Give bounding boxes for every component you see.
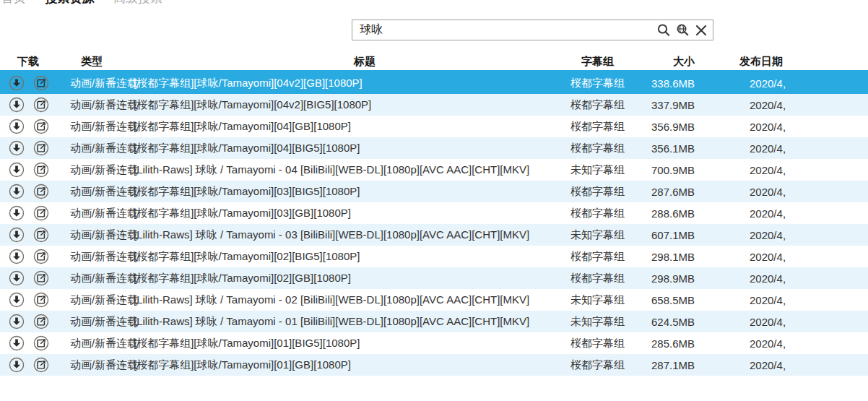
clear-icon[interactable]	[692, 21, 711, 40]
table-row[interactable]: 动画/新番连载 [桜都字幕组][球咏/Tamayomi][01][BIG5][1…	[0, 332, 868, 354]
table-row[interactable]: 动画/新番连载 [桜都字幕组][球咏/Tamayomi][04v2][BIG5]…	[0, 94, 868, 116]
column-header-type[interactable]: 类型	[81, 55, 103, 69]
open-external-icon[interactable]	[33, 249, 49, 264]
row-date: 2020/4,	[750, 121, 786, 133]
search-bar	[352, 20, 713, 40]
nav-item-home[interactable]: 首页	[1, 0, 26, 5]
top-nav: 首页 搜索资源 高级搜索	[0, 0, 868, 5]
row-size: 287.6MB	[628, 186, 695, 198]
download-icon[interactable]	[9, 140, 25, 156]
search-icon[interactable]	[654, 21, 673, 40]
table-row[interactable]: 动画/新番连载 [桜都字幕组][球咏/Tamayomi][03][GB][108…	[0, 202, 868, 224]
row-title[interactable]: [桜都字幕组][球咏/Tamayomi][01][GB][1080P]	[134, 358, 351, 372]
row-size: 337.9MB	[628, 99, 695, 111]
row-title[interactable]: [Lilith-Raws] 球咏 / Tamayomi - 02 [BiliBi…	[134, 293, 529, 307]
row-date: 2020/4,	[750, 207, 786, 220]
row-type: 动画/新番连载	[70, 120, 138, 134]
row-title[interactable]: [桜都字幕组][球咏/Tamayomi][04v2][BIG5][1080P]	[134, 98, 371, 112]
download-icon[interactable]	[9, 314, 25, 329]
row-date: 2020/4,	[750, 337, 786, 350]
table-row[interactable]: 动画/新番连载 [桜都字幕组][球咏/Tamayomi][04][BIG5][1…	[0, 137, 868, 159]
table-row[interactable]: 动画/新番连载 [Lilith-Raws] 球咏 / Tamayomi - 01…	[0, 311, 868, 332]
download-icon[interactable]	[9, 162, 25, 178]
nav-item-search-resources[interactable]: 搜索资源	[45, 0, 94, 5]
table-row[interactable]: 动画/新番连载 [桜都字幕组][球咏/Tamayomi][04v2][GB][1…	[0, 72, 868, 94]
table-row[interactable]: 动画/新番连载 [Lilith-Raws] 球咏 / Tamayomi - 02…	[0, 289, 868, 311]
row-type: 动画/新番连载	[70, 250, 138, 264]
download-icon[interactable]	[9, 97, 25, 113]
row-size: 298.9MB	[628, 272, 695, 285]
row-title[interactable]: [桜都字幕组][球咏/Tamayomi][02][BIG5][1080P]	[134, 250, 360, 264]
download-icon[interactable]	[9, 118, 25, 134]
open-external-icon[interactable]	[33, 97, 49, 113]
open-external-icon[interactable]	[33, 184, 49, 199]
download-icon[interactable]	[9, 270, 25, 286]
row-date: 2020/4,	[750, 142, 786, 155]
search-input[interactable]	[352, 20, 654, 40]
download-icon[interactable]	[9, 335, 25, 351]
download-icon[interactable]	[9, 75, 25, 91]
open-external-icon[interactable]	[33, 140, 49, 156]
open-external-icon[interactable]	[33, 357, 49, 373]
row-title[interactable]: [Lilith-Raws] 球咏 / Tamayomi - 03 [BiliBi…	[134, 228, 529, 242]
row-date: 2020/4,	[750, 99, 786, 111]
row-title[interactable]: [桜都字幕组][球咏/Tamayomi][04][BIG5][1080P]	[134, 142, 360, 155]
open-external-icon[interactable]	[33, 162, 49, 178]
row-date: 2020/4,	[750, 251, 786, 263]
row-type: 动画/新番连载	[70, 293, 138, 307]
table-row[interactable]: 动画/新番连载 [桜都字幕组][球咏/Tamayomi][02][BIG5][1…	[0, 246, 868, 267]
download-icon[interactable]	[9, 357, 25, 373]
open-external-icon[interactable]	[33, 335, 49, 351]
open-external-icon[interactable]	[33, 205, 49, 221]
open-external-icon[interactable]	[33, 314, 49, 329]
app-window: 首页 搜索资源 高级搜索 下载	[0, 0, 868, 401]
row-size: 607.1MB	[628, 229, 695, 241]
row-title[interactable]: [桜都字幕组][球咏/Tamayomi][03][GB][1080P]	[134, 207, 351, 220]
open-external-icon[interactable]	[33, 270, 49, 286]
row-size: 700.9MB	[628, 164, 695, 176]
nav-item-advanced-search[interactable]: 高级搜索	[113, 0, 162, 5]
open-external-icon[interactable]	[33, 75, 49, 91]
open-external-icon[interactable]	[33, 118, 49, 134]
row-title[interactable]: [桜都字幕组][球咏/Tamayomi][02][GB][1080P]	[134, 272, 351, 285]
row-date: 2020/4,	[750, 316, 786, 328]
download-icon[interactable]	[9, 249, 25, 264]
row-title[interactable]: [桜都字幕组][球咏/Tamayomi][03][BIG5][1080P]	[134, 185, 360, 199]
download-icon[interactable]	[9, 227, 25, 243]
row-type: 动画/新番连载	[70, 228, 138, 242]
download-icon[interactable]	[9, 292, 25, 308]
row-title[interactable]: [桜都字幕组][球咏/Tamayomi][04][GB][1080P]	[134, 120, 351, 134]
row-title[interactable]: [Lilith-Raws] 球咏 / Tamayomi - 04 [BiliBi…	[134, 163, 529, 177]
row-size: 356.9MB	[628, 121, 695, 133]
row-type: 动画/新番连载	[70, 207, 138, 220]
open-external-icon[interactable]	[33, 227, 49, 243]
row-type: 动画/新番连载	[70, 272, 138, 285]
row-title[interactable]: [桜都字幕组][球咏/Tamayomi][01][BIG5][1080P]	[134, 337, 360, 350]
row-size: 624.5MB	[628, 316, 695, 328]
download-icon[interactable]	[9, 205, 25, 221]
column-header-size[interactable]: 大小	[628, 55, 695, 69]
row-date: 2020/4,	[750, 359, 786, 371]
table-row[interactable]: 动画/新番连载 [桜都字幕组][球咏/Tamayomi][03][BIG5][1…	[0, 181, 868, 202]
download-icon[interactable]	[9, 184, 25, 199]
table-row[interactable]: 动画/新番连载 [桜都字幕组][球咏/Tamayomi][02][GB][108…	[0, 267, 868, 289]
row-size: 285.6MB	[628, 337, 695, 350]
row-date: 2020/4,	[750, 77, 786, 90]
web-search-icon[interactable]	[673, 21, 692, 40]
row-type: 动画/新番连载	[70, 315, 138, 329]
table-row[interactable]: 动画/新番连载 [Lilith-Raws] 球咏 / Tamayomi - 04…	[0, 159, 868, 181]
row-title[interactable]: [Lilith-Raws] 球咏 / Tamayomi - 01 [BiliBi…	[134, 315, 529, 329]
open-external-icon[interactable]	[33, 292, 49, 308]
row-size: 288.6MB	[628, 207, 695, 220]
table-row[interactable]: 动画/新番连载 [桜都字幕组][球咏/Tamayomi][01][GB][108…	[0, 354, 868, 376]
row-size: 658.5MB	[628, 294, 695, 306]
column-header-date[interactable]: 发布日期	[739, 55, 783, 69]
row-date: 2020/4,	[750, 272, 786, 285]
row-title[interactable]: [桜都字幕组][球咏/Tamayomi][04v2][GB][1080P]	[134, 77, 363, 90]
column-header-download[interactable]: 下载	[17, 55, 39, 69]
row-type: 动画/新番连载	[70, 358, 138, 372]
table-header: 下载 类型 标题 字幕组 大小 发布日期	[0, 51, 868, 70]
table-row[interactable]: 动画/新番连载 [桜都字幕组][球咏/Tamayomi][04][GB][108…	[0, 116, 868, 137]
column-header-title[interactable]: 标题	[134, 55, 596, 69]
table-row[interactable]: 动画/新番连载 [Lilith-Raws] 球咏 / Tamayomi - 03…	[0, 224, 868, 246]
